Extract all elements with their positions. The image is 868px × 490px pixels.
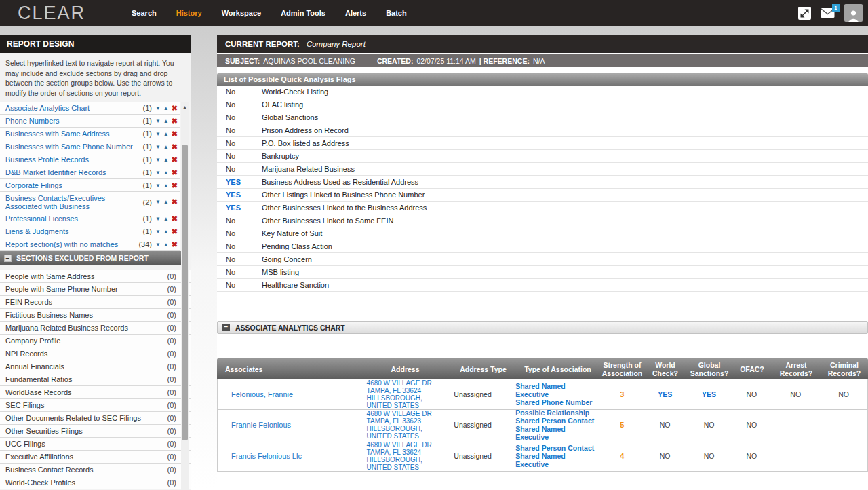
move-up-icon[interactable]: ▲	[162, 144, 170, 150]
included-section-row[interactable]: Business Contacts/Executives Associated …	[0, 192, 180, 212]
associate-name-link[interactable]: Francis Felonious Llc	[218, 452, 360, 460]
associate-address-link[interactable]: 4680 W VILLAGE DR TAMPA, FL 33624 HILLSB…	[360, 441, 452, 471]
excluded-section-row[interactable]: People with Same Phone Number(0)	[0, 283, 191, 296]
remove-section-icon[interactable]: ✖	[170, 197, 178, 206]
messages-icon[interactable]: 1	[821, 7, 835, 18]
excluded-section-row[interactable]: Executive Affiliations(0)	[0, 451, 191, 464]
remove-section-icon[interactable]: ✖	[170, 168, 178, 177]
section-link[interactable]: Phone Numbers	[5, 117, 142, 125]
excluded-section-row[interactable]: Annual Financials(0)	[0, 360, 191, 373]
included-section-row[interactable]: Corporate Filings (1) ▼▲✖	[0, 179, 180, 192]
move-up-icon[interactable]: ▲	[162, 170, 170, 176]
move-up-icon[interactable]: ▲	[162, 131, 170, 137]
move-up-icon[interactable]: ▲	[162, 183, 170, 189]
move-down-icon[interactable]: ▼	[154, 118, 162, 124]
collapse-icon[interactable]: −	[4, 255, 12, 262]
excluded-section-row[interactable]: People with Same Address(0)	[0, 270, 191, 283]
move-down-icon[interactable]: ▼	[154, 105, 162, 111]
excluded-section-row[interactable]: Other Securities Filings(0)	[0, 425, 191, 438]
associate-name-link[interactable]: Frannie Felonious	[218, 421, 360, 429]
col-arrest-records: Arrest Records?	[772, 358, 821, 379]
nav-item-alerts[interactable]: Alerts	[345, 9, 366, 17]
move-up-icon[interactable]: ▲	[162, 242, 170, 248]
section-link[interactable]: Businesses with Same Phone Number	[5, 143, 142, 151]
excluded-section-row[interactable]: SEC Filings(0)	[0, 399, 191, 412]
move-down-icon[interactable]: ▼	[154, 216, 162, 222]
nav-item-batch[interactable]: Batch	[386, 9, 407, 17]
move-up-icon[interactable]: ▲	[162, 105, 170, 111]
excluded-section-row[interactable]: Company Profile(0)	[0, 335, 191, 347]
excluded-section-row[interactable]: Business Contact Records(0)	[0, 464, 191, 476]
excluded-section-row[interactable]: WorldBase Records(0)	[0, 386, 191, 399]
section-link[interactable]: Corporate Filings	[5, 181, 142, 189]
move-down-icon[interactable]: ▼	[154, 144, 162, 150]
move-down-icon[interactable]: ▼	[154, 229, 162, 235]
move-up-icon[interactable]: ▲	[162, 118, 170, 124]
flag-row: NoOther Businesses Linked to Same FEIN	[217, 214, 868, 227]
excluded-section-row[interactable]: NPI Records(0)	[0, 347, 191, 360]
excluded-section-row[interactable]: Fundamental Ratios(0)	[0, 373, 191, 386]
remove-section-icon[interactable]: ✖	[170, 227, 178, 236]
excluded-section-row[interactable]: Marijuana Related Business Records(0)	[0, 322, 191, 335]
section-link[interactable]: Professional Licenses	[5, 214, 142, 223]
clear-logo[interactable]: CLEAR	[18, 3, 85, 24]
remove-section-icon[interactable]: ✖	[170, 117, 178, 126]
excluded-section-row[interactable]: World-Check Profiles(0)	[0, 476, 191, 489]
associate-name-link[interactable]: Felonious, Frannie	[218, 390, 360, 398]
flag-label: Healthcare Sanction	[262, 281, 329, 289]
section-count: (0)	[167, 414, 176, 422]
move-up-icon[interactable]: ▲	[162, 216, 170, 222]
included-section-row[interactable]: Liens & Judgments (1) ▼▲✖	[0, 225, 180, 238]
sidebar-scrollbar[interactable]: ▲	[181, 102, 189, 490]
remove-section-icon[interactable]: ✖	[170, 214, 178, 223]
section-link[interactable]: D&B Market Identifier Records	[5, 168, 142, 176]
included-section-row[interactable]: Professional Licenses (1) ▼▲✖	[0, 212, 180, 225]
included-section-row[interactable]: Associate Analytics Chart (1) ▼▲✖	[0, 102, 180, 115]
section-count: (1)	[142, 104, 151, 112]
scrollbar-up-icon[interactable]: ▲	[181, 102, 189, 111]
section-link[interactable]: Associate Analytics Chart	[5, 104, 142, 112]
ofac-value: NO	[732, 452, 771, 460]
flag-row: NoMSB listing	[217, 266, 868, 279]
move-down-icon[interactable]: ▼	[154, 131, 162, 137]
nav-item-admin-tools[interactable]: Admin Tools	[281, 9, 326, 17]
excluded-section-row[interactable]: FEIN Records(0)	[0, 296, 191, 309]
included-section-row[interactable]: Report section(s) with no matches (34) ▼…	[0, 238, 180, 251]
section-link[interactable]: Business Contacts/Executives Associated …	[5, 194, 142, 210]
section-link[interactable]: Businesses with Same Address	[5, 130, 142, 138]
remove-section-icon[interactable]: ✖	[170, 130, 178, 138]
nav-item-search[interactable]: Search	[132, 9, 157, 17]
collapse-icon[interactable]: −	[222, 324, 230, 331]
move-down-icon[interactable]: ▼	[154, 242, 162, 248]
scrollbar-thumb[interactable]	[182, 145, 188, 440]
nav-item-history[interactable]: History	[176, 9, 202, 17]
move-down-icon[interactable]: ▼	[154, 170, 162, 176]
excluded-section-row[interactable]: Other Documents Related to SEC Filings(0…	[0, 412, 191, 425]
section-link[interactable]: Report section(s) with no matches	[5, 240, 138, 248]
move-up-icon[interactable]: ▲	[162, 229, 170, 235]
user-profile-icon[interactable]	[844, 4, 863, 22]
remove-section-icon[interactable]: ✖	[170, 143, 178, 151]
section-link[interactable]: Liens & Judgments	[5, 227, 142, 235]
included-section-row[interactable]: Businesses with Same Phone Number (1) ▼▲…	[0, 140, 180, 153]
excluded-section-row[interactable]: UCC Filings(0)	[0, 438, 191, 451]
expand-icon[interactable]	[798, 7, 811, 20]
included-section-row[interactable]: Phone Numbers (1) ▼▲✖	[0, 115, 180, 128]
associate-address-link[interactable]: 4680 W VILLAGE DR TAMPA, FL 33624 HILLSB…	[360, 379, 452, 409]
included-section-row[interactable]: Businesses with Same Address (1) ▼▲✖	[0, 128, 180, 140]
included-section-row[interactable]: D&B Market Identifier Records (1) ▼▲✖	[0, 166, 180, 179]
remove-section-icon[interactable]: ✖	[170, 104, 178, 113]
included-section-row[interactable]: Business Profile Records (1) ▼▲✖	[0, 153, 180, 166]
remove-section-icon[interactable]: ✖	[170, 155, 178, 164]
move-up-icon[interactable]: ▲	[162, 199, 170, 205]
move-down-icon[interactable]: ▼	[154, 199, 162, 205]
move-down-icon[interactable]: ▼	[154, 183, 162, 189]
section-link[interactable]: Business Profile Records	[5, 155, 142, 164]
associate-address-link[interactable]: 4680 W VILLAGE DR TAMPA, FL 33623 HILLSB…	[360, 410, 452, 440]
excluded-section-row[interactable]: Fictitious Business Names(0)	[0, 309, 191, 322]
nav-item-workspace[interactable]: Workspace	[222, 9, 262, 17]
move-down-icon[interactable]: ▼	[154, 157, 162, 163]
remove-section-icon[interactable]: ✖	[170, 181, 178, 190]
remove-section-icon[interactable]: ✖	[170, 240, 178, 249]
move-up-icon[interactable]: ▲	[162, 157, 170, 163]
